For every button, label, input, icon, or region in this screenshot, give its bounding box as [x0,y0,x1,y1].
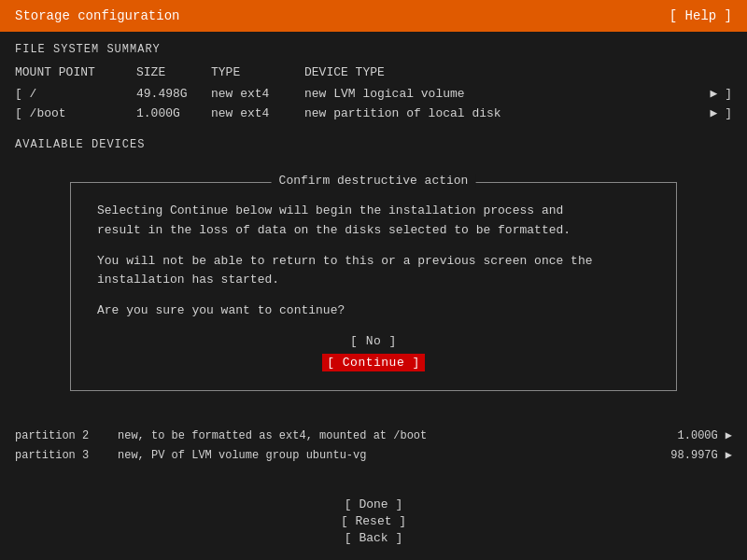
fs-type-1: new ext4 [211,85,304,105]
fs-summary-header: FILE SYSTEM SUMMARY [15,43,732,56]
dialog-paragraph-3: Are you sure you want to continue? [97,301,650,321]
fs-mount-1: [ / [15,85,136,105]
available-devices-header: AVAILABLE DEVICES [15,138,732,151]
col-device-label: DEVICE TYPE [304,63,732,83]
part-arrow-2: ▶ [726,427,732,447]
part-name-2: partition 2 [15,427,118,447]
main-content: FILE SYSTEM SUMMARY MOUNT POINT SIZE TYP… [0,32,747,170]
title-bar: Storage configuration [ Help ] [0,0,747,32]
footer-buttons: [ Done ] [ Reset ] [ Back ] [0,497,747,545]
fs-size-2: 1.000G [136,105,211,124]
part-desc-3: new, PV of LVM volume group ubuntu-vg [118,446,643,467]
reset-button[interactable]: [ Reset ] [317,514,430,528]
help-button[interactable]: [ Help ] [669,8,732,23]
col-type-label: TYPE [211,63,304,83]
table-row[interactable]: [ / 49.498G new ext4 new LVM logical vol… [15,85,732,105]
dialog-paragraph-1: Selecting Continue below will begin the … [97,202,650,241]
fs-table: MOUNT POINT SIZE TYPE DEVICE TYPE [ / 49… [15,63,732,123]
col-size-label: SIZE [136,63,211,83]
part-desc-2: new, to be formatted as ext4, mounted at… [118,427,643,447]
fs-size-1: 49.498G [136,85,211,105]
dialog-title: Confirm destructive action [272,174,476,188]
done-button[interactable]: [ Done ] [317,497,430,511]
table-row[interactable]: [ /boot 1.000G new ext4 new partition of… [15,105,732,124]
no-button[interactable]: [ No ] [322,332,425,350]
fs-arrow-1: ▶ ] [711,85,732,105]
list-item[interactable]: partition 2 new, to be formatted as ext4… [15,427,732,447]
confirm-dialog: Confirm destructive action Selecting Con… [70,182,677,391]
fs-mount-2: [ /boot [15,105,136,124]
col-mount-label: MOUNT POINT [15,63,136,83]
part-arrow-3: ▶ [726,446,732,467]
part-name-3: partition 3 [15,446,118,467]
continue-button[interactable]: [ Continue ] [322,354,425,371]
part-size-3: 98.997G [643,446,718,467]
partition-list: partition 2 new, to be formatted as ext4… [15,427,732,467]
fs-device-1: new LVM logical volume [304,85,707,105]
fs-column-headers: MOUNT POINT SIZE TYPE DEVICE TYPE [15,63,732,83]
fs-arrow-2: ▶ ] [711,105,732,124]
app-title: Storage configuration [15,8,179,23]
fs-device-2: new partition of local disk [304,105,707,124]
dialog-buttons: [ No ] [ Continue ] [97,332,650,371]
dialog-body: Selecting Continue below will begin the … [97,202,650,321]
back-button[interactable]: [ Back ] [317,531,430,545]
part-size-2: 1.000G [643,427,718,447]
list-item[interactable]: partition 3 new, PV of LVM volume group … [15,446,732,467]
fs-type-2: new ext4 [211,105,304,124]
dialog-paragraph-2: You will not be able to return to this o… [97,252,650,291]
